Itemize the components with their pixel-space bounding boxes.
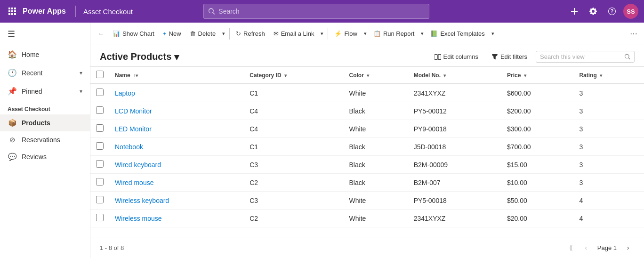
sidebar-products-label: Products [22, 119, 50, 127]
waffle-menu-icon[interactable] [6, 5, 19, 18]
col-header-model[interactable]: Model No. ▾ [408, 67, 501, 84]
help-icon[interactable] [604, 4, 620, 19]
reservations-icon: ⊘ [8, 136, 17, 144]
color-sort-icon: ▾ [367, 73, 369, 78]
delete-button[interactable]: 🗑 Delete [186, 28, 220, 40]
row-select-7[interactable] [96, 214, 104, 221]
cell-category-3: C1 [244, 138, 343, 156]
product-link-7[interactable]: Wireless mouse [115, 215, 162, 222]
col-header-category[interactable]: Category ID ▾ [244, 67, 343, 84]
refresh-button[interactable]: ↻ Refresh [232, 28, 269, 40]
sidebar-item-pinned[interactable]: 📌 Pinned ▾ [0, 82, 90, 100]
category-sort-icon: ▾ [284, 73, 287, 78]
sidebar-item-home[interactable]: 🏠 Home [0, 45, 90, 64]
search-view-input[interactable] [540, 53, 622, 60]
flow-button[interactable]: ⚡ Flow [330, 28, 361, 40]
user-avatar[interactable]: SS [623, 4, 638, 19]
product-link-5[interactable]: Wired mouse [115, 179, 153, 186]
table-row: Wired keyboard C3 Black B2M-00009 $15.00… [90, 156, 644, 174]
sidebar-reviews-label: Reviews [22, 153, 47, 161]
add-button[interactable] [567, 4, 582, 19]
cell-category-7: C2 [244, 210, 343, 227]
product-link-3[interactable]: Notebook [115, 143, 143, 151]
email-link-button[interactable]: ✉ Email a Link [270, 28, 318, 40]
product-link-0[interactable]: Laptop [115, 89, 135, 97]
recent-chevron-icon: ▾ [80, 70, 82, 76]
sidebar-toggle[interactable]: ☰ [0, 23, 90, 45]
global-search-input[interactable] [218, 8, 424, 15]
flow-label: Flow [344, 30, 357, 37]
new-button[interactable]: + New [159, 28, 185, 40]
cell-name-7[interactable]: Wireless mouse [109, 210, 244, 227]
cell-name-0[interactable]: Laptop [109, 84, 244, 102]
row-checkbox-6[interactable] [90, 192, 109, 210]
row-select-5[interactable] [96, 178, 104, 185]
show-chart-button[interactable]: 📊 Show Chart [109, 28, 158, 40]
cell-price-1: $200.00 [501, 102, 573, 120]
row-select-1[interactable] [96, 106, 104, 114]
model-sort-icon: ▾ [443, 73, 446, 78]
col-header-name[interactable]: Name ↑▾ [109, 67, 244, 84]
next-page-button[interactable]: › [621, 241, 635, 254]
row-select-2[interactable] [96, 124, 104, 132]
settings-icon[interactable] [586, 4, 601, 19]
select-all-checkbox[interactable] [96, 71, 104, 78]
global-search-box[interactable] [203, 4, 429, 19]
product-link-1[interactable]: LCD Monitor [115, 107, 152, 115]
cell-rating-0: 3 [573, 84, 644, 102]
prev-page-button[interactable]: ‹ [580, 241, 593, 254]
flow-dropdown-button[interactable]: ▾ [362, 28, 369, 39]
cell-name-6[interactable]: Wireless keyboard [109, 192, 244, 210]
more-commands-button[interactable]: ⋯ [627, 27, 640, 40]
pagination-bar: 1 - 8 of 8 ⟪ ‹ Page 1 › [90, 237, 644, 258]
col-header-color[interactable]: Color ▾ [344, 67, 408, 84]
back-button[interactable]: ← [94, 28, 108, 40]
product-link-4[interactable]: Wired keyboard [115, 161, 161, 169]
col-header-price[interactable]: Price ▾ [501, 67, 573, 84]
row-checkbox-7[interactable] [90, 210, 109, 227]
first-page-button[interactable]: ⟪ [564, 241, 578, 254]
product-link-6[interactable]: Wireless keyboard [115, 197, 169, 204]
search-view-box[interactable] [536, 51, 635, 63]
row-select-4[interactable] [96, 160, 104, 168]
row-select-6[interactable] [96, 196, 104, 203]
svg-rect-8 [14, 13, 16, 15]
delete-dropdown-button[interactable]: ▾ [220, 28, 227, 39]
row-checkbox-0[interactable] [90, 84, 109, 102]
row-checkbox-5[interactable] [90, 174, 109, 192]
select-all-header[interactable] [90, 67, 109, 84]
edit-columns-button[interactable]: Edit columns [430, 51, 483, 63]
excel-dropdown-button[interactable]: ▾ [490, 28, 496, 39]
cell-category-6: C3 [244, 192, 343, 210]
sidebar-item-products[interactable]: 📦 Products [0, 114, 90, 131]
row-select-3[interactable] [96, 142, 104, 150]
record-count: 1 - 8 of 8 [100, 244, 124, 251]
row-checkbox-1[interactable] [90, 102, 109, 120]
run-report-dropdown-button[interactable]: ▾ [419, 28, 426, 39]
col-header-rating[interactable]: Rating ▾ [573, 67, 644, 84]
chart-icon: 📊 [113, 30, 120, 37]
run-report-button[interactable]: 📋 Run Report [370, 28, 418, 40]
email-dropdown-button[interactable]: ▾ [319, 28, 325, 39]
row-checkbox-3[interactable] [90, 138, 109, 156]
product-link-2[interactable]: LED Monitor [115, 125, 152, 133]
content-area: ← 📊 Show Chart + New 🗑 Delete ▾ ↻ Refres… [90, 23, 644, 258]
sidebar-item-reservations[interactable]: ⊘ Reservations [0, 131, 90, 148]
sidebar-item-recent[interactable]: 🕐 Recent ▾ [0, 64, 90, 82]
separator-1 [229, 28, 230, 40]
row-checkbox-2[interactable] [90, 120, 109, 138]
cell-name-3[interactable]: Notebook [109, 138, 244, 156]
grid-title-chevron-icon[interactable]: ▾ [174, 51, 179, 63]
table-row: Wireless mouse C2 White 2341XYXZ $20.00 … [90, 210, 644, 227]
svg-rect-4 [11, 10, 13, 12]
cell-name-4[interactable]: Wired keyboard [109, 156, 244, 174]
edit-filters-button[interactable]: Edit filters [487, 51, 532, 63]
cell-name-5[interactable]: Wired mouse [109, 174, 244, 192]
excel-templates-button[interactable]: 📗 Excel Templates [427, 28, 488, 40]
row-select-0[interactable] [96, 89, 104, 96]
cell-category-5: C2 [244, 174, 343, 192]
cell-name-1[interactable]: LCD Monitor [109, 102, 244, 120]
row-checkbox-4[interactable] [90, 156, 109, 174]
cell-name-2[interactable]: LED Monitor [109, 120, 244, 138]
sidebar-item-reviews[interactable]: 💬 Reviews [0, 148, 90, 165]
